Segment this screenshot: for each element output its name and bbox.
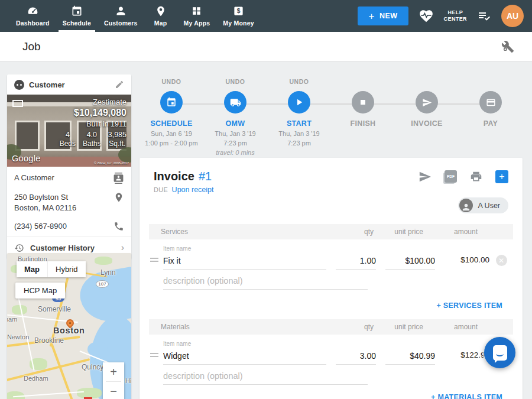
job-settings-icon[interactable] [501,40,514,53]
assignee-chip[interactable]: A User [458,197,508,213]
service-qty-input[interactable] [336,254,376,270]
location-pin-icon[interactable] [109,192,124,203]
pay-step-button[interactable] [479,91,502,113]
nav-label: My Apps [184,20,210,27]
invoice-number: #1 [199,170,212,183]
service-unit-price-input[interactable] [385,254,435,270]
map-road [16,289,34,370]
apps-grid-icon [191,5,202,18]
material-qty-input[interactable] [336,349,376,365]
nav-label: Schedule [63,20,91,27]
material-unit-price-input[interactable] [385,349,435,365]
finish-step-button[interactable] [352,91,374,113]
due-terms-link[interactable]: Upon receipt [172,186,214,194]
material-description-input[interactable] [163,369,368,385]
pdf-icon[interactable]: PDF [445,170,457,183]
send-invoice-icon[interactable] [419,170,432,183]
zillow-copyright: © Zillow, Inc. 2006-2017 [94,161,129,165]
drag-handle[interactable] [150,256,163,270]
undo-schedule-link[interactable]: UNDO [162,78,181,86]
map-canvas[interactable]: Burlington Lynn ham Somerville Boston Ne… [7,253,131,399]
start-step-button[interactable] [288,91,310,113]
step-label: FINISH [351,119,376,128]
chat-support-button[interactable] [484,337,515,368]
step-label: INVOICE [411,119,443,128]
timeline-step-pay: PAY [459,78,523,158]
map-road [7,358,90,382]
page-title: Job [22,40,41,53]
add-services-item-link[interactable]: + SERVICES ITEM [436,301,502,310]
map-pin-icon [155,5,167,18]
edit-customer-icon[interactable] [115,80,124,89]
truck-icon [230,97,241,108]
service-description-input[interactable] [163,274,368,290]
add-materials-item-link[interactable]: + MATERIALS ITEM [431,393,502,399]
step-details: Thu, Jan 3 '19 7:23 pm [278,129,319,148]
delete-service-item-button[interactable]: ✕ [496,255,507,266]
phone-icon[interactable] [109,221,124,232]
zestimate-label: Zestimate [60,98,126,106]
customer-name-row: A Customer [7,167,131,188]
due-label: DUE [154,186,168,193]
help-center-link[interactable]: HELP CENTER [444,9,467,23]
zoom-in-button[interactable]: + [103,362,124,381]
new-button[interactable]: + NEW [358,7,408,25]
contact-card-icon[interactable] [108,173,124,184]
service-item-name-input[interactable] [163,254,326,270]
schedule-icon [71,5,83,18]
nav-tab-schedule[interactable]: Schedule [56,0,98,32]
task-list-icon[interactable] [477,9,491,23]
street-view-frame-icon[interactable] [12,100,23,107]
services-section-header: Services qty unit price amount [149,224,513,239]
map-type-hybrid-button[interactable]: Hybrid [47,261,86,277]
nav-tab-dashboard[interactable]: Dashboard [9,0,56,32]
customer-phone: (234) 567-8900 [14,221,67,232]
omw-step-button[interactable] [224,91,246,113]
property-photo[interactable]: Zestimate $10,149,080 Built in 1911 4Bed… [7,95,131,167]
customer-address-row: 250 Boylston St Boston, MA 02116 [7,188,131,217]
invoice-step-button[interactable] [416,91,438,113]
map-type-map-button[interactable]: Map [17,261,47,277]
zoom-out-button[interactable]: − [103,382,124,399]
health-heart-icon[interactable] [419,8,434,24]
page-header: Job [0,32,532,61]
step-label: OMW [226,119,245,128]
nav-tab-map[interactable]: Map [144,0,177,32]
drag-handle[interactable] [150,351,163,365]
map-label: Somerville [38,305,71,313]
undo-omw-link[interactable]: UNDO [226,78,245,86]
timeline-step-start: UNDO START Thu, Jan 3 '19 7:23 pm [267,78,331,158]
sqft-label: Sq.ft. [108,140,126,148]
travel-time: travel: 0 mins [215,148,255,158]
map-label: Dedham [24,375,48,382]
print-icon[interactable] [470,170,482,183]
map-label: Lynn [100,268,116,277]
undo-start-link[interactable]: UNDO [290,78,309,86]
step-details: Thu, Jan 3 '19 7:23 pm travel: 0 mins [215,129,255,158]
nav-tab-my-apps[interactable]: My Apps [177,0,217,32]
map-label: Quincy [82,363,103,371]
qty-column-header: qty [333,228,374,236]
google-logo: Google [12,154,41,163]
built-year: Built in 1911 [60,120,126,128]
nav-tab-customers[interactable]: Customers [98,0,144,32]
item-name-label: Item name [163,340,326,347]
add-invoice-button[interactable]: + [495,170,508,183]
beds-label: Beds [60,140,76,148]
baths-value: 4.0 [83,131,101,139]
nav-tab-my-money[interactable]: $ My Money [216,0,260,32]
calendar-icon [166,97,177,108]
timeline-step-finish: FINISH [331,78,395,158]
schedule-step-button[interactable] [160,91,183,113]
nav-right: + NEW HELP CENTER AU [358,0,524,32]
address-line2: Boston, MA 02116 [14,203,76,212]
hcp-map-button[interactable]: HCP Map [15,283,65,299]
map-zoom-control: + − [103,362,124,399]
material-item-name-input[interactable] [163,349,326,365]
timeline-step-schedule: UNDO SCHEDULE Sun, Jan 6 '19 1:00 pm - 2… [140,78,203,158]
zestimate-value: $10,149,080 [60,108,126,118]
map-park [95,257,112,265]
user-avatar[interactable]: AU [501,5,524,27]
material-amount: $122.97 [435,351,489,365]
services-title: Services [161,228,188,236]
